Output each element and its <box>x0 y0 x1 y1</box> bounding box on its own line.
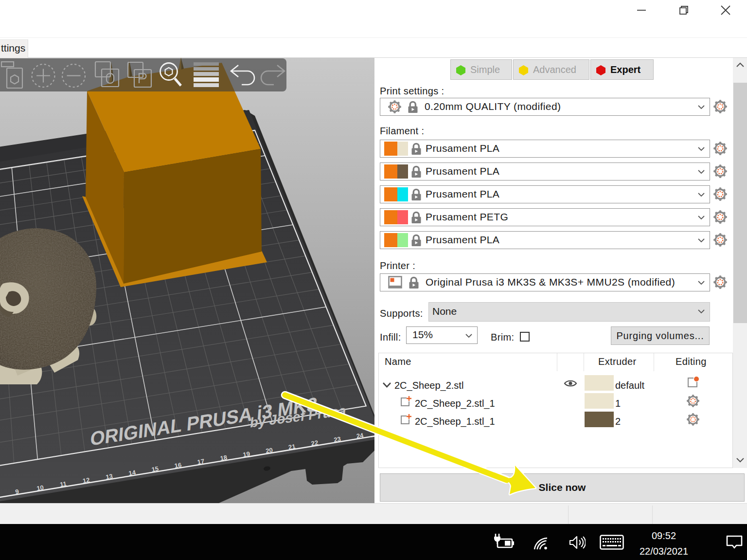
svg-text:20: 20 <box>265 446 273 454</box>
svg-text:23: 23 <box>333 435 341 444</box>
svg-text:10: 10 <box>36 484 44 492</box>
svg-text:17: 17 <box>197 457 205 466</box>
svg-text:11: 11 <box>59 480 67 488</box>
svg-text:15: 15 <box>151 465 160 473</box>
svg-text:13: 13 <box>105 472 113 481</box>
svg-text:21: 21 <box>288 443 296 451</box>
svg-text:12: 12 <box>82 476 90 485</box>
svg-text:16: 16 <box>174 461 182 470</box>
svg-text:19: 19 <box>242 450 250 458</box>
svg-text:22: 22 <box>311 439 319 447</box>
svg-text:18: 18 <box>220 454 228 462</box>
